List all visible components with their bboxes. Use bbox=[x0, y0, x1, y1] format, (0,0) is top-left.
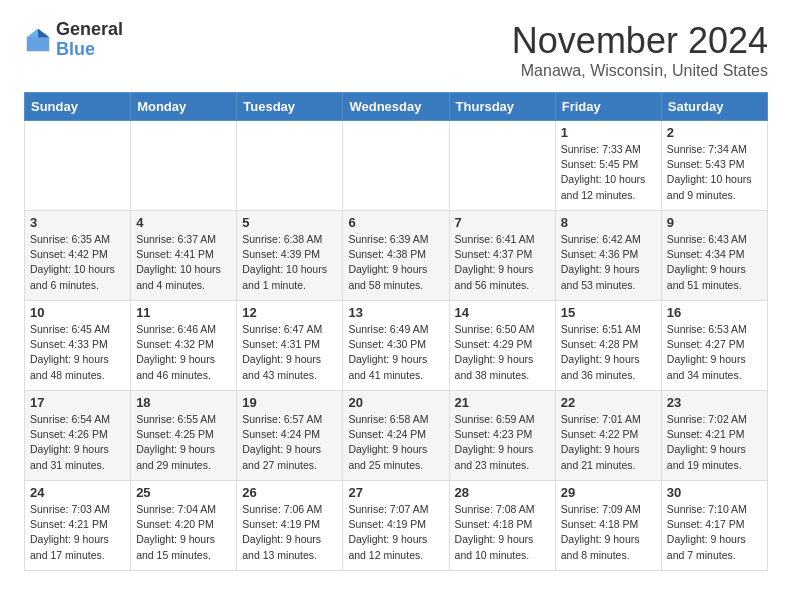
day-info-2: Sunrise: 7:34 AMSunset: 5:43 PMDaylight:… bbox=[667, 142, 762, 203]
day-number-13: 13 bbox=[348, 305, 443, 320]
day-info-21: Sunrise: 6:59 AMSunset: 4:23 PMDaylight:… bbox=[455, 412, 550, 473]
calendar-day-30: 30Sunrise: 7:10 AMSunset: 4:17 PMDayligh… bbox=[661, 481, 767, 571]
header-saturday: Saturday bbox=[661, 93, 767, 121]
day-info-29: Sunrise: 7:09 AMSunset: 4:18 PMDaylight:… bbox=[561, 502, 656, 563]
calendar-day-2: 2Sunrise: 7:34 AMSunset: 5:43 PMDaylight… bbox=[661, 121, 767, 211]
day-info-5: Sunrise: 6:38 AMSunset: 4:39 PMDaylight:… bbox=[242, 232, 337, 293]
day-number-9: 9 bbox=[667, 215, 762, 230]
day-info-27: Sunrise: 7:07 AMSunset: 4:19 PMDaylight:… bbox=[348, 502, 443, 563]
calendar-day-17: 17Sunrise: 6:54 AMSunset: 4:26 PMDayligh… bbox=[25, 391, 131, 481]
calendar-day-19: 19Sunrise: 6:57 AMSunset: 4:24 PMDayligh… bbox=[237, 391, 343, 481]
calendar-day-12: 12Sunrise: 6:47 AMSunset: 4:31 PMDayligh… bbox=[237, 301, 343, 391]
day-number-20: 20 bbox=[348, 395, 443, 410]
day-number-17: 17 bbox=[30, 395, 125, 410]
day-info-6: Sunrise: 6:39 AMSunset: 4:38 PMDaylight:… bbox=[348, 232, 443, 293]
day-number-12: 12 bbox=[242, 305, 337, 320]
day-number-7: 7 bbox=[455, 215, 550, 230]
calendar-day-13: 13Sunrise: 6:49 AMSunset: 4:30 PMDayligh… bbox=[343, 301, 449, 391]
day-number-29: 29 bbox=[561, 485, 656, 500]
calendar-day-8: 8Sunrise: 6:42 AMSunset: 4:36 PMDaylight… bbox=[555, 211, 661, 301]
day-info-9: Sunrise: 6:43 AMSunset: 4:34 PMDaylight:… bbox=[667, 232, 762, 293]
calendar-day-26: 26Sunrise: 7:06 AMSunset: 4:19 PMDayligh… bbox=[237, 481, 343, 571]
logo-icon bbox=[24, 26, 52, 54]
calendar-day-28: 28Sunrise: 7:08 AMSunset: 4:18 PMDayligh… bbox=[449, 481, 555, 571]
logo-general: General bbox=[56, 20, 123, 40]
day-info-22: Sunrise: 7:01 AMSunset: 4:22 PMDaylight:… bbox=[561, 412, 656, 473]
day-info-15: Sunrise: 6:51 AMSunset: 4:28 PMDaylight:… bbox=[561, 322, 656, 383]
day-number-16: 16 bbox=[667, 305, 762, 320]
day-number-28: 28 bbox=[455, 485, 550, 500]
calendar-header-row: SundayMondayTuesdayWednesdayThursdayFrid… bbox=[25, 93, 768, 121]
day-number-11: 11 bbox=[136, 305, 231, 320]
calendar-week-3: 10Sunrise: 6:45 AMSunset: 4:33 PMDayligh… bbox=[25, 301, 768, 391]
calendar-day-20: 20Sunrise: 6:58 AMSunset: 4:24 PMDayligh… bbox=[343, 391, 449, 481]
day-number-25: 25 bbox=[136, 485, 231, 500]
calendar-day-7: 7Sunrise: 6:41 AMSunset: 4:37 PMDaylight… bbox=[449, 211, 555, 301]
day-info-25: Sunrise: 7:04 AMSunset: 4:20 PMDaylight:… bbox=[136, 502, 231, 563]
calendar-day-15: 15Sunrise: 6:51 AMSunset: 4:28 PMDayligh… bbox=[555, 301, 661, 391]
calendar-week-1: 1Sunrise: 7:33 AMSunset: 5:45 PMDaylight… bbox=[25, 121, 768, 211]
calendar-day-29: 29Sunrise: 7:09 AMSunset: 4:18 PMDayligh… bbox=[555, 481, 661, 571]
day-info-24: Sunrise: 7:03 AMSunset: 4:21 PMDaylight:… bbox=[30, 502, 125, 563]
calendar-day-25: 25Sunrise: 7:04 AMSunset: 4:20 PMDayligh… bbox=[131, 481, 237, 571]
day-info-10: Sunrise: 6:45 AMSunset: 4:33 PMDaylight:… bbox=[30, 322, 125, 383]
day-number-2: 2 bbox=[667, 125, 762, 140]
header-sunday: Sunday bbox=[25, 93, 131, 121]
calendar-empty-cell bbox=[237, 121, 343, 211]
location-subtitle: Manawa, Wisconsin, United States bbox=[512, 62, 768, 80]
day-number-10: 10 bbox=[30, 305, 125, 320]
day-number-24: 24 bbox=[30, 485, 125, 500]
calendar-day-9: 9Sunrise: 6:43 AMSunset: 4:34 PMDaylight… bbox=[661, 211, 767, 301]
calendar-day-14: 14Sunrise: 6:50 AMSunset: 4:29 PMDayligh… bbox=[449, 301, 555, 391]
calendar-empty-cell bbox=[449, 121, 555, 211]
day-info-18: Sunrise: 6:55 AMSunset: 4:25 PMDaylight:… bbox=[136, 412, 231, 473]
calendar-week-2: 3Sunrise: 6:35 AMSunset: 4:42 PMDaylight… bbox=[25, 211, 768, 301]
calendar-day-1: 1Sunrise: 7:33 AMSunset: 5:45 PMDaylight… bbox=[555, 121, 661, 211]
day-number-30: 30 bbox=[667, 485, 762, 500]
calendar-day-23: 23Sunrise: 7:02 AMSunset: 4:21 PMDayligh… bbox=[661, 391, 767, 481]
day-number-4: 4 bbox=[136, 215, 231, 230]
day-info-13: Sunrise: 6:49 AMSunset: 4:30 PMDaylight:… bbox=[348, 322, 443, 383]
day-info-20: Sunrise: 6:58 AMSunset: 4:24 PMDaylight:… bbox=[348, 412, 443, 473]
day-number-18: 18 bbox=[136, 395, 231, 410]
logo-blue: Blue bbox=[56, 40, 123, 60]
day-info-7: Sunrise: 6:41 AMSunset: 4:37 PMDaylight:… bbox=[455, 232, 550, 293]
day-info-14: Sunrise: 6:50 AMSunset: 4:29 PMDaylight:… bbox=[455, 322, 550, 383]
day-info-28: Sunrise: 7:08 AMSunset: 4:18 PMDaylight:… bbox=[455, 502, 550, 563]
calendar-day-18: 18Sunrise: 6:55 AMSunset: 4:25 PMDayligh… bbox=[131, 391, 237, 481]
header-monday: Monday bbox=[131, 93, 237, 121]
day-number-8: 8 bbox=[561, 215, 656, 230]
logo: General Blue bbox=[24, 20, 123, 60]
day-number-22: 22 bbox=[561, 395, 656, 410]
header-wednesday: Wednesday bbox=[343, 93, 449, 121]
day-info-3: Sunrise: 6:35 AMSunset: 4:42 PMDaylight:… bbox=[30, 232, 125, 293]
day-info-26: Sunrise: 7:06 AMSunset: 4:19 PMDaylight:… bbox=[242, 502, 337, 563]
calendar-day-4: 4Sunrise: 6:37 AMSunset: 4:41 PMDaylight… bbox=[131, 211, 237, 301]
page-header: General Blue November 2024 Manawa, Wisco… bbox=[24, 20, 768, 80]
header-tuesday: Tuesday bbox=[237, 93, 343, 121]
calendar-day-3: 3Sunrise: 6:35 AMSunset: 4:42 PMDaylight… bbox=[25, 211, 131, 301]
header-thursday: Thursday bbox=[449, 93, 555, 121]
calendar-day-11: 11Sunrise: 6:46 AMSunset: 4:32 PMDayligh… bbox=[131, 301, 237, 391]
day-info-8: Sunrise: 6:42 AMSunset: 4:36 PMDaylight:… bbox=[561, 232, 656, 293]
day-number-14: 14 bbox=[455, 305, 550, 320]
day-number-26: 26 bbox=[242, 485, 337, 500]
calendar-day-6: 6Sunrise: 6:39 AMSunset: 4:38 PMDaylight… bbox=[343, 211, 449, 301]
calendar-day-22: 22Sunrise: 7:01 AMSunset: 4:22 PMDayligh… bbox=[555, 391, 661, 481]
day-info-1: Sunrise: 7:33 AMSunset: 5:45 PMDaylight:… bbox=[561, 142, 656, 203]
calendar-week-5: 24Sunrise: 7:03 AMSunset: 4:21 PMDayligh… bbox=[25, 481, 768, 571]
day-info-30: Sunrise: 7:10 AMSunset: 4:17 PMDaylight:… bbox=[667, 502, 762, 563]
day-info-17: Sunrise: 6:54 AMSunset: 4:26 PMDaylight:… bbox=[30, 412, 125, 473]
day-info-11: Sunrise: 6:46 AMSunset: 4:32 PMDaylight:… bbox=[136, 322, 231, 383]
calendar-week-4: 17Sunrise: 6:54 AMSunset: 4:26 PMDayligh… bbox=[25, 391, 768, 481]
calendar-table: SundayMondayTuesdayWednesdayThursdayFrid… bbox=[24, 92, 768, 571]
day-number-6: 6 bbox=[348, 215, 443, 230]
calendar-day-27: 27Sunrise: 7:07 AMSunset: 4:19 PMDayligh… bbox=[343, 481, 449, 571]
day-info-23: Sunrise: 7:02 AMSunset: 4:21 PMDaylight:… bbox=[667, 412, 762, 473]
logo-text: General Blue bbox=[56, 20, 123, 60]
day-number-3: 3 bbox=[30, 215, 125, 230]
day-info-16: Sunrise: 6:53 AMSunset: 4:27 PMDaylight:… bbox=[667, 322, 762, 383]
day-number-1: 1 bbox=[561, 125, 656, 140]
header-friday: Friday bbox=[555, 93, 661, 121]
calendar-empty-cell bbox=[25, 121, 131, 211]
